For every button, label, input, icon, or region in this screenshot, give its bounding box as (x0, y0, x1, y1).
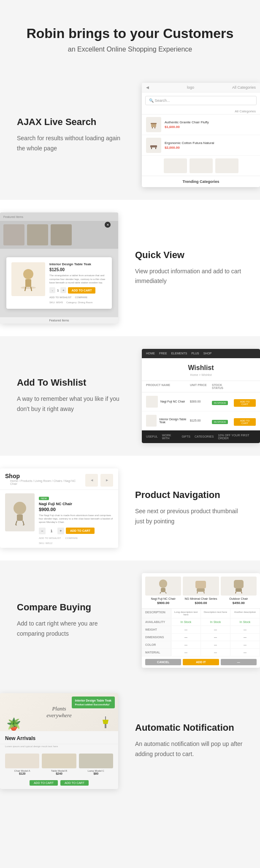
compare-row-color: COLOR — — — (142, 641, 260, 649)
shop-qty-plus[interactable]: + (57, 528, 64, 534)
svg-rect-22 (195, 581, 206, 588)
ajax-search-description: Search for results without loading again… (17, 133, 125, 154)
wishlist-text: Add To Wishlist A way to remember what y… (0, 365, 142, 427)
qv-meta: SKU: WS45 Category: Dining Room (49, 301, 107, 304)
wishlist-footer: USEFUL WORK WITH GIFTS CATEGORIES 10% OF… (142, 430, 260, 443)
qv-bg-img-3 (51, 224, 72, 245)
wl-add-btn-2[interactable]: ADD TO CART (234, 418, 256, 426)
compare-row-weight: WEIGHT — — — (142, 626, 260, 634)
wishlist-page-title: Wishlist (142, 358, 260, 373)
notif-product-card-1: Chair Model A $120 (5, 754, 39, 775)
notif-product-card-2: Table Model B $240 (42, 754, 76, 775)
svg-line-21 (165, 592, 166, 593)
svg-rect-23 (197, 588, 205, 592)
compare-add-btn-2[interactable]: ADD IT (183, 659, 219, 665)
compare-add-row: CANCEL ADD IT — (142, 656, 260, 668)
shop-product-name: Nagi Fuji NC Chair (39, 502, 113, 506)
svg-marker-31 (103, 720, 108, 724)
svg-rect-18 (159, 580, 167, 588)
qv-qty-minus[interactable]: - (49, 287, 55, 293)
wl-product-info-1: Nagi Fuji NC Chair (146, 396, 190, 408)
compare-values-availability: In Stock In Stock In Stock (171, 618, 260, 626)
compare-values-description: Long description text here Description t… (171, 609, 260, 618)
quickview-product-image (11, 262, 45, 296)
quick-view-image: Featured Items (0, 212, 118, 323)
wl-action-2: ADD TO CART (234, 416, 256, 426)
notif-add-btn-2[interactable]: ADD TO CART (60, 780, 89, 786)
compare-table: DESCRIPTION Long description text here D… (142, 609, 260, 656)
svg-rect-30 (105, 716, 106, 720)
shop-header: Shop Home / Products / Living Room / Cha… (0, 468, 118, 490)
shop-meta: SKU: WS12 (39, 542, 113, 544)
product-nav-title: Product Navigation (135, 490, 243, 501)
wl-status-1: IN STOCK (212, 398, 234, 405)
notif-subtitle: Lorem ipsum and typical design mock text… (0, 744, 118, 750)
compare-product-card-2: NG Minimal Chair Series $300.00 (183, 577, 219, 605)
qv-qty-plus[interactable]: + (60, 287, 66, 293)
shop-product-price: $900.00 (39, 507, 113, 512)
compare-values-dimensions: — — — (171, 634, 260, 641)
nav-arrow-prev[interactable]: ◀ (85, 474, 98, 487)
ajax-search-title: AJAX Live Search (17, 117, 125, 128)
svg-point-9 (23, 269, 33, 279)
notif-popup-text: Interior Design Table Teak (75, 699, 112, 703)
svg-line-25 (204, 592, 204, 593)
wl-price-1: $300.00 (190, 400, 212, 403)
notification-popup: Interior Design Table Teak Product added… (72, 697, 115, 708)
svg-rect-5 (151, 147, 152, 149)
compare-cancel-btn-3[interactable]: — (221, 659, 257, 665)
shop-mock-browser: Shop Home / Products / Living Room / Cha… (0, 468, 118, 548)
wishlist-breadcrumb: Home > Wishlist (142, 373, 260, 381)
svg-line-20 (160, 592, 161, 593)
svg-rect-4 (150, 145, 157, 147)
compare-image: Nagi Fuji NC Chair $900.00 NG Minimal Ch… (142, 573, 260, 668)
compare-values-material: — — — (171, 649, 260, 656)
shop-qty-minus[interactable]: − (39, 528, 46, 534)
wl-thumb-1 (146, 396, 158, 408)
hero-subtitle: an Excellent Online Shopping Experience (17, 46, 243, 53)
notif-plant-icon: 🪴 (6, 717, 21, 731)
shop-compare-link[interactable]: COMPARE (65, 537, 78, 539)
quick-view-description: View product information and add to cart… (135, 267, 243, 287)
shop-product-desc: The Nagi Fuji chair is made from alumini… (39, 514, 113, 524)
qv-compare-link[interactable]: COMPARE (75, 296, 87, 299)
product-nav-image: Shop Home / Products / Living Room / Cha… (0, 468, 118, 548)
svg-rect-27 (236, 588, 242, 592)
shop-breadcrumb: Home / Products / Living Room / Chairs /… (5, 479, 85, 488)
qv-add-to-cart-button[interactable]: ADD TO CART (68, 287, 95, 294)
feature-quick-view: Featured Items (0, 200, 260, 336)
notification-description: An automatic notification will pop up af… (135, 739, 243, 759)
compare-cancel-btn-1[interactable]: CANCEL (145, 659, 181, 665)
wl-product-info-2: Interior Design Table Teak (146, 415, 190, 427)
compare-products-row: Nagi Fuji NC Chair $900.00 NG Minimal Ch… (142, 573, 260, 609)
ajax-search-image: ◀ logo All Categories 🔍 Search... All Ca… (142, 83, 260, 187)
notif-product-img-3 (79, 754, 113, 768)
ajax-cat-item-3 (215, 158, 238, 173)
notif-brand-name: Plantseverywhere (46, 705, 71, 718)
qv-product-price: $125.00 (49, 267, 107, 272)
compare-product-img-1 (145, 577, 181, 596)
svg-rect-32 (105, 724, 106, 728)
feature-product-nav: Shop Home / Products / Living Room / Cha… (0, 456, 260, 561)
ajax-product-info-2: Ergonomic Cotton Futura Natural $2,000.0… (165, 141, 256, 150)
notif-lamp-icon (101, 716, 110, 731)
qv-product-title: Interior Design Table Teak (49, 262, 107, 266)
notif-add-btn-1[interactable]: ADD TO CART (30, 780, 58, 786)
shop-nav-arrows: ◀ ▶ (85, 474, 113, 487)
wishlist-nav-bar: HOME FREE ELEMENTS PLUS SHOP (142, 349, 260, 358)
nav-arrow-next[interactable]: ▶ (100, 474, 113, 487)
notif-background: 🪴 Plantseverywhere Interior Design Table… (0, 693, 118, 731)
quickview-modal: Interior Design Table Teak $125.00 The s… (6, 257, 112, 308)
shop-wishlist-link[interactable]: ADD TO WISHLIST (39, 537, 61, 539)
wl-col-status: STOCK STATUS (212, 384, 234, 389)
quickview-product-details: Interior Design Table Teak $125.00 The s… (49, 262, 107, 303)
product-nav-text: Product Navigation See next or previous … (118, 477, 260, 539)
ajax-search-bar[interactable]: 🔍 Search... (145, 96, 257, 105)
wl-add-btn-1[interactable]: ADD TO CART (234, 399, 256, 407)
compare-product-card-3: Outdoor Chair $450.00 (221, 577, 257, 605)
compare-values-color: — — — (171, 641, 260, 648)
ajax-categories-header: All Categories (142, 109, 260, 114)
shop-qty-value: 1 (47, 529, 56, 533)
qv-wishlist-link[interactable]: ADD TO WISHLIST (49, 296, 71, 299)
shop-add-to-cart-button[interactable]: ADD TO CART (66, 528, 95, 534)
